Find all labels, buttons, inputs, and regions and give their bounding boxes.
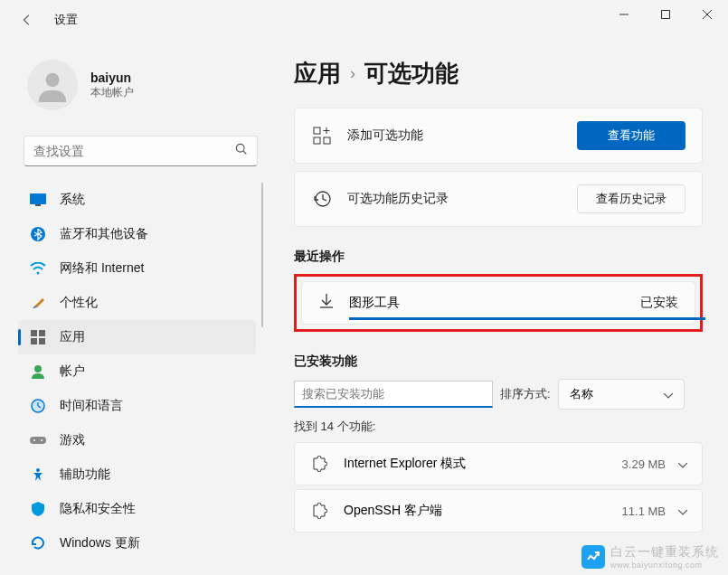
svg-point-15	[34, 365, 42, 372]
sidebar-item-privacy[interactable]: 隐私和安全性	[18, 492, 256, 526]
breadcrumb: 应用 › 可选功能	[294, 58, 703, 90]
clock-icon	[29, 397, 47, 415]
user-subtitle: 本地帐户	[90, 85, 134, 100]
watermark-url: www.baiyunxitong.com	[610, 561, 719, 570]
sidebar-item-apps[interactable]: 应用	[18, 320, 256, 354]
maximize-button[interactable]	[645, 0, 686, 29]
back-button[interactable]	[20, 13, 34, 27]
view-features-button[interactable]: 查看功能	[577, 121, 685, 150]
history-card: 可选功能历史记录 查看历史记录	[294, 171, 703, 227]
svg-rect-19	[30, 437, 46, 444]
sidebar-item-gaming[interactable]: 游戏	[18, 423, 256, 457]
found-count: 找到 14 个功能:	[294, 419, 703, 435]
svg-point-21	[41, 439, 43, 441]
download-icon	[318, 293, 335, 313]
nav-label: 帐户	[60, 363, 85, 380]
svg-point-5	[236, 144, 244, 152]
svg-rect-25	[324, 137, 330, 144]
accessibility-icon	[29, 466, 47, 484]
system-icon	[29, 191, 47, 209]
search-icon	[235, 143, 248, 159]
svg-rect-14	[39, 338, 45, 344]
feature-name: OpenSSH 客户端	[344, 503, 622, 519]
recent-item[interactable]: 图形工具 已安装	[301, 281, 695, 325]
sidebar-item-accounts[interactable]: 帐户	[18, 354, 256, 389]
user-profile[interactable]: baiyun 本地帐户	[18, 54, 276, 127]
svg-rect-23	[314, 127, 320, 134]
app-title: 设置	[54, 12, 78, 28]
nav-label: 辅助功能	[60, 467, 110, 483]
svg-rect-1	[662, 11, 670, 19]
nav-label: 游戏	[60, 432, 85, 448]
watermark: 白云一键重装系统 www.baiyunxitong.com	[581, 544, 719, 570]
sidebar-item-accessibility[interactable]: 辅助功能	[18, 457, 256, 492]
svg-line-6	[243, 151, 246, 154]
recent-item-status: 已安装	[640, 295, 678, 311]
feature-row[interactable]: Internet Explorer 模式 3.29 MB	[294, 442, 703, 485]
search-box[interactable]	[24, 136, 258, 166]
installed-section-title: 已安装功能	[294, 353, 703, 370]
feature-size: 3.29 MB	[622, 457, 666, 471]
chevron-right-icon: ›	[350, 64, 355, 83]
user-name: baiyun	[90, 71, 134, 85]
breadcrumb-current: 可选功能	[364, 58, 459, 90]
person-icon	[29, 363, 47, 381]
chevron-down-icon	[664, 388, 673, 401]
feature-row[interactable]: OpenSSH 客户端 11.1 MB	[294, 489, 703, 533]
paintbrush-icon	[29, 294, 47, 312]
update-icon	[29, 534, 47, 552]
sort-label: 排序方式:	[500, 386, 551, 402]
breadcrumb-parent[interactable]: 应用	[294, 58, 341, 90]
sort-value: 名称	[570, 386, 593, 402]
watermark-logo-icon	[581, 545, 605, 569]
nav-label: 蓝牙和其他设备	[60, 226, 148, 242]
bluetooth-icon	[29, 225, 47, 243]
sidebar-item-windows-update[interactable]: Windows 更新	[18, 526, 256, 561]
gamepad-icon	[29, 431, 47, 449]
nav-label: 个性化	[60, 295, 98, 311]
svg-rect-13	[31, 338, 37, 344]
nav-label: 隐私和安全性	[60, 501, 136, 517]
close-button[interactable]	[686, 0, 728, 29]
nav-label: Windows 更新	[60, 535, 140, 551]
installed-search-input[interactable]	[294, 381, 493, 408]
feature-size: 11.1 MB	[622, 504, 666, 518]
sidebar-item-system[interactable]: 系统	[18, 183, 256, 217]
add-tile-icon	[311, 127, 333, 145]
nav-label: 系统	[60, 192, 85, 208]
nav-label: 时间和语言	[60, 398, 123, 414]
svg-rect-11	[31, 330, 37, 336]
add-feature-card: 添加可选功能 查看功能	[294, 108, 703, 164]
wifi-icon	[29, 259, 47, 278]
sidebar-item-network[interactable]: 网络和 Internet	[18, 251, 256, 286]
progress-bar	[349, 317, 705, 320]
puzzle-icon	[309, 503, 329, 519]
svg-point-4	[45, 73, 59, 87]
svg-point-20	[33, 439, 35, 441]
avatar	[27, 60, 78, 110]
sidebar-item-bluetooth[interactable]: 蓝牙和其他设备	[18, 217, 256, 251]
highlight-annotation: 图形工具 已安装	[294, 274, 703, 332]
sidebar-item-time-language[interactable]: 时间和语言	[18, 389, 256, 423]
recent-item-name: 图形工具	[349, 295, 640, 311]
svg-rect-12	[39, 330, 45, 336]
svg-point-22	[36, 468, 40, 472]
nav-label: 网络和 Internet	[60, 260, 144, 277]
minimize-button[interactable]	[603, 0, 645, 29]
svg-rect-7	[30, 193, 46, 204]
sidebar-item-personalization[interactable]: 个性化	[18, 286, 256, 320]
puzzle-icon	[309, 456, 329, 472]
sort-select[interactable]: 名称	[558, 379, 685, 410]
apps-icon	[29, 328, 47, 346]
chevron-down-icon	[678, 503, 687, 519]
history-icon	[311, 190, 333, 208]
view-history-button[interactable]: 查看历史记录	[577, 184, 685, 213]
recent-section-title: 最近操作	[294, 249, 703, 265]
chevron-down-icon	[678, 456, 687, 472]
feature-name: Internet Explorer 模式	[344, 456, 622, 472]
svg-rect-24	[314, 137, 320, 144]
shield-icon	[29, 500, 47, 518]
search-input[interactable]	[33, 144, 235, 158]
sidebar-scrollbar[interactable]	[261, 183, 263, 327]
add-feature-label: 添加可选功能	[347, 127, 577, 144]
